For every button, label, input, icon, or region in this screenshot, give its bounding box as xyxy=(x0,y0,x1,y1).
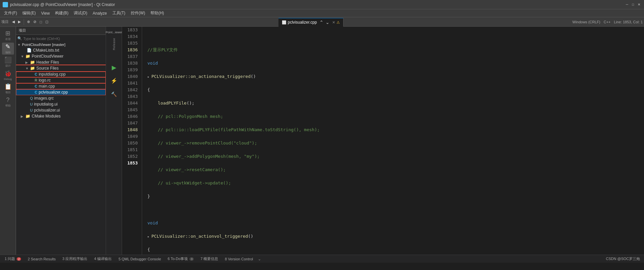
minimize-button[interactable]: ─ xyxy=(625,2,629,7)
nav-next[interactable]: ⊘ xyxy=(32,19,38,25)
code-line-1837: { xyxy=(147,87,644,93)
line-num-1844: 1844 xyxy=(125,100,138,107)
headerfiles-folder-icon: 📁 xyxy=(30,60,35,65)
sourcefiles-label: Source Files xyxy=(36,66,59,71)
tree-item-main-cpp[interactable]: C main.cpp xyxy=(16,83,106,89)
tree-item-sourcefiles[interactable]: ▼ 📁 Source Files xyxy=(16,65,106,71)
bottom-tabs-more[interactable]: ⌄ xyxy=(258,257,261,261)
line-num-1847: 1847 xyxy=(125,120,138,127)
menu-tools[interactable]: 工具(T) xyxy=(110,10,128,17)
menu-edit[interactable]: 编辑(E) xyxy=(20,10,38,17)
design-label: 设计 xyxy=(5,64,11,68)
bottom-tab-search[interactable]: 2 Search Results xyxy=(24,256,59,262)
tree-item-root[interactable]: ▼ PointCloudViewer [master] xyxy=(16,42,106,47)
maximize-button[interactable]: □ xyxy=(631,2,635,7)
window-controls[interactable]: ─ □ ✕ xyxy=(625,2,641,7)
tree-item-images-qrc[interactable]: Q images.qrc xyxy=(16,95,106,101)
project-nav-label: 项目 xyxy=(5,91,11,94)
pclvisualizer-ui-label: pclvisualizer.ui xyxy=(34,108,60,113)
nav-back[interactable]: ◀ xyxy=(11,19,16,25)
nav-close[interactable]: ◻ xyxy=(44,19,50,25)
nav-split[interactable]: □ xyxy=(38,19,43,25)
menu-file[interactable]: 文件(F) xyxy=(1,10,20,17)
code-line-1845: } xyxy=(147,193,644,200)
menu-debug[interactable]: 调试(D) xyxy=(71,10,90,17)
watermark-text: CSDN @SOC罗三炮 xyxy=(606,256,643,261)
cpp-icon-3: C xyxy=(35,90,37,94)
project-nav-icon: 📋 xyxy=(4,83,12,90)
close-button[interactable]: ✕ xyxy=(637,2,641,7)
cpp-icon-1: C xyxy=(35,72,37,76)
tab-nav-up[interactable]: ⌃ xyxy=(319,20,324,25)
tree-item-cmakelists[interactable]: 📄 CMakeLists.txt xyxy=(16,47,106,53)
tree-item-pclvisualizer-cpp[interactable]: C pclvisualizer.cpp xyxy=(16,89,106,95)
line-num-1841: 1841 xyxy=(125,80,138,87)
nav-prev[interactable]: ⊕ xyxy=(26,19,31,25)
code-content[interactable]: //显示PLY文件 void ▸ PCLVisualizer::on_actio… xyxy=(142,27,644,255)
images-qrc-label: images.qrc xyxy=(34,96,54,101)
tab-label: pclvisualizer.cpp xyxy=(288,20,317,25)
sidebar-item-debug[interactable]: 🐞 Debug xyxy=(2,69,14,81)
left-sidebar: ⊞ 欢迎 ✎ 编辑 ⬛ 设计 🐞 Debug 📋 项目 ? 帮助 xyxy=(0,27,16,255)
bottom-tab-problems[interactable]: 1 问题 2 xyxy=(1,256,24,262)
tab-pclvisualizer[interactable]: ⬜ pclvisualizer.cpp ⌃ ⌄ ✕ ⚠ xyxy=(278,18,344,27)
code-line-1836: ▸ PCLVisualizer::on_actionarea_triggered… xyxy=(147,73,644,80)
code-area[interactable]: 1833 1834 1835 1836 1837 1838 1839 1840 … xyxy=(122,27,644,255)
tree-item-inputdialog-cpp[interactable]: C inputdialog.cpp xyxy=(16,71,106,77)
inputdialog-ui-label: inputdialog.ui xyxy=(34,102,58,107)
line-num-1850: 1850 xyxy=(125,140,138,146)
hf-arrow: ▶ xyxy=(25,61,30,64)
run-panel: Point...iewer Release ▶ ⚡ 🔨 xyxy=(106,27,122,255)
menu-control[interactable]: 控件(W) xyxy=(128,10,148,17)
encoding-indicator: Windows (CRLF) xyxy=(572,20,600,24)
locate-input[interactable] xyxy=(23,37,77,41)
tree-item-cmakemodules[interactable]: ▶ 📁 CMake Modules xyxy=(16,113,106,119)
sidebar-item-project[interactable]: 📋 项目 xyxy=(2,83,14,95)
title-bar: pclvisualizer.cpp @ PointCloudViewer [ma… xyxy=(0,0,644,9)
bottom-tab-compile[interactable]: 4 编译输出 xyxy=(91,256,115,262)
folder-icon: 📁 xyxy=(25,54,30,59)
help-label: 帮助 xyxy=(5,104,11,108)
line-num-1848: 1848 xyxy=(125,127,138,133)
ui-icon-1: U xyxy=(30,102,33,106)
tree-item-pointcloudviewer[interactable]: ▼ 📁 PointCloudViewer xyxy=(16,53,106,59)
tree-item-inputdialog-ui[interactable]: U inputdialog.ui xyxy=(16,101,106,107)
code-line-1848: ▸ PCLVisualizer::on_actionvol_triggered(… xyxy=(147,233,644,240)
bottom-tab-todo[interactable]: 6 To-Do事项 3 xyxy=(164,256,197,262)
sidebar-item-welcome[interactable]: ⊞ 欢迎 xyxy=(2,29,14,41)
bottom-tab-summary[interactable]: 7 概要信息 xyxy=(197,256,221,262)
menu-build[interactable]: 构建(B) xyxy=(52,10,71,17)
run-button[interactable]: ▶ xyxy=(109,62,119,73)
sidebar-item-edit[interactable]: ✎ 编辑 xyxy=(2,43,14,55)
edit-label: 编辑 xyxy=(5,51,11,54)
problems-badge: 2 xyxy=(17,257,21,261)
menu-analyze[interactable]: Analyze xyxy=(90,10,110,16)
sidebar-item-design[interactable]: ⬛ 设计 xyxy=(2,56,14,68)
code-line-1843: // viewer_->resetCamera(); xyxy=(147,166,644,173)
window-title: pclvisualizer.cpp @ PointCloudViewer [ma… xyxy=(10,2,625,7)
menu-help[interactable]: 帮助(H) xyxy=(148,10,167,17)
main-cpp-label: main.cpp xyxy=(39,84,55,89)
tree-item-pclvisualizer-ui[interactable]: U pclvisualizer.ui xyxy=(16,107,106,113)
menu-view[interactable]: View xyxy=(38,10,52,16)
tree-item-logo-rc[interactable]: R logo.rc xyxy=(16,77,106,83)
cmakelists-label: CMakeLists.txt xyxy=(33,48,59,53)
debug-icon: 🐞 xyxy=(4,70,12,77)
code-line-1849: { xyxy=(147,246,644,253)
tab-nav-down[interactable]: ⌄ xyxy=(326,20,330,25)
tab-close-button[interactable]: ✕ xyxy=(332,20,335,25)
bottom-tab-appoutput[interactable]: 3 应用程序输出 xyxy=(59,256,91,262)
nav-forward[interactable]: ▶ xyxy=(17,19,22,25)
pclvisualizer-cpp-label: pclvisualizer.cpp xyxy=(39,90,68,95)
sidebar-item-help[interactable]: ? 帮助 xyxy=(2,96,14,108)
bottom-tab-vcs[interactable]: 8 Version Control xyxy=(221,256,256,262)
tree-item-headerfiles[interactable]: ▶ 📁 Header Files xyxy=(16,59,106,65)
welcome-icon: ⊞ xyxy=(5,30,10,37)
build-button[interactable]: 🔨 xyxy=(109,89,119,100)
run-debug-button[interactable]: ⚡ xyxy=(109,76,119,86)
bottom-tab-qml[interactable]: 5 QML Debugger Console xyxy=(115,256,164,262)
code-line-1835: void xyxy=(147,60,644,67)
inputdialog-cpp-label: inputdialog.cpp xyxy=(39,72,66,77)
cmakemodules-label: CMake Modules xyxy=(32,114,61,119)
project-header-label: 项目 xyxy=(19,28,26,32)
